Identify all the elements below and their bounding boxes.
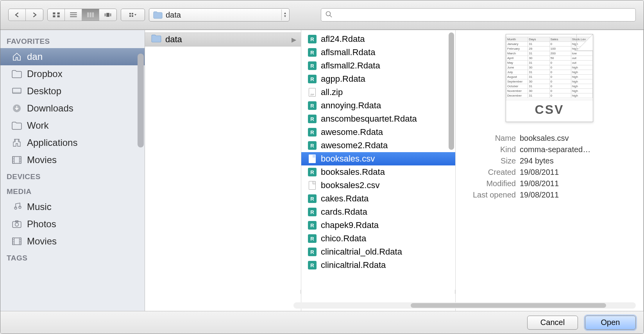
sidebar-item-movies[interactable]: Movies <box>0 151 145 169</box>
sidebar-item-photos[interactable]: Photos <box>0 215 145 233</box>
rdata-file-icon: R <box>308 101 317 110</box>
file-list-scrollbar[interactable] <box>449 32 454 150</box>
column-resize-handle[interactable]: || <box>299 287 301 295</box>
sidebar-item-dropbox[interactable]: Dropbox <box>0 65 145 83</box>
file-row[interactable]: Rclinicaltrial.Rdata <box>301 259 455 272</box>
sidebar-item-desktop[interactable]: Desktop <box>0 83 145 100</box>
sidebar-item-dan[interactable]: dan <box>0 48 145 65</box>
sidebar-item-movies[interactable]: Movies <box>0 233 145 250</box>
preview-td: 0 <box>549 93 571 98</box>
file-row[interactable]: Rclinicaltrial_old.Rdata <box>301 245 455 259</box>
sidebar-item-label: Work <box>27 120 49 131</box>
cancel-button[interactable]: Cancel <box>527 316 578 330</box>
preview-td: 0 <box>549 42 571 47</box>
path-label: data <box>166 11 181 20</box>
preview-td: 31 <box>528 70 549 75</box>
preview-td: 31 <box>528 84 549 89</box>
preview-td: high <box>571 89 592 93</box>
main-area: FAVORITESdanDropboxDesktopDownloadsWorkA… <box>0 30 644 311</box>
preview-td: out <box>571 56 592 61</box>
file-row[interactable]: Rchapek9.Rdata <box>301 219 455 232</box>
file-name: cakes.Rdata <box>321 194 369 204</box>
file-name: clinicaltrial_old.Rdata <box>321 247 402 257</box>
svg-rect-15 <box>129 15 131 17</box>
view-list-button[interactable] <box>65 9 82 21</box>
svg-rect-8 <box>89 13 91 18</box>
preview-td: 30 <box>528 65 549 70</box>
file-row[interactable]: Ranscombesquartet.Rdata <box>301 112 455 126</box>
file-row[interactable]: Ragpp.Rdata <box>301 72 455 86</box>
file-row[interactable]: Rawesome.Rdata <box>301 126 455 139</box>
file-row[interactable]: Rcakes.Rdata <box>301 192 455 205</box>
file-row[interactable]: Rafl24.Rdata <box>301 32 455 46</box>
music-icon <box>11 202 22 212</box>
column-resize-handle[interactable]: || <box>453 287 456 295</box>
sidebar-item-music[interactable]: Music <box>0 198 145 215</box>
rdata-file-icon: R <box>308 167 317 177</box>
sidebar-scrollbar[interactable] <box>138 54 144 307</box>
preview-td: high <box>571 75 592 79</box>
preview-td: 100 <box>549 47 571 51</box>
rdata-file-icon: R <box>308 34 317 44</box>
search-field[interactable] <box>321 8 636 22</box>
view-coverflow-button[interactable] <box>99 9 116 21</box>
file-name: anscombesquartet.Rdata <box>321 114 417 124</box>
sidebar-item-label: Movies <box>27 154 57 165</box>
meta-modified-label: Modified <box>461 179 516 188</box>
preview-td: 0 <box>549 70 571 75</box>
rdata-file-icon: R <box>308 234 317 243</box>
sidebar-item-work[interactable]: Work <box>0 117 145 134</box>
meta-kind-label: Kind <box>461 145 516 154</box>
file-row[interactable]: Rcards.Rdata <box>301 205 455 219</box>
svg-rect-2 <box>53 15 55 17</box>
preview-td: 31 <box>528 93 549 98</box>
file-row[interactable]: booksales.csv <box>301 152 455 165</box>
meta-lastopened-label: Last opened <box>461 190 516 199</box>
meta-modified-value: 19/08/2011 <box>520 179 638 188</box>
preview-td: 0 <box>549 84 571 89</box>
svg-rect-14 <box>132 13 133 14</box>
search-input[interactable] <box>335 11 631 19</box>
rdata-file-icon: R <box>308 114 317 124</box>
file-row[interactable]: Raflsmall2.Rdata <box>301 59 455 72</box>
folder-row-data[interactable]: data ▶ <box>145 32 301 47</box>
file-row[interactable]: all.zip <box>301 86 455 99</box>
sidebar-section-label: TAGS <box>0 250 145 265</box>
svg-rect-4 <box>70 13 77 13</box>
preview-td: low <box>571 51 592 56</box>
rdata-file-icon: R <box>308 141 317 150</box>
file-row[interactable]: Rbooksales.Rdata <box>301 165 455 179</box>
sidebar-section-label: FAVORITES <box>0 33 145 48</box>
sidebar-item-downloads[interactable]: Downloads <box>0 100 145 117</box>
sidebar-item-applications[interactable]: Applications <box>0 134 145 151</box>
svg-rect-20 <box>13 92 21 93</box>
file-name: chico.Rdata <box>321 233 366 244</box>
preview-td: October <box>506 84 528 89</box>
file-row[interactable]: booksales2.csv <box>301 179 455 192</box>
file-row[interactable]: Rannoying.Rdata <box>301 99 455 112</box>
file-name: aflsmall2.Rdata <box>321 61 380 71</box>
column-browser: data ▶ || Rafl24.RdataRaflsmall.RdataRaf… <box>145 30 644 311</box>
dropdown-stepper-icon: ▲▼ <box>281 9 288 20</box>
file-row[interactable]: Rchico.Rdata <box>301 232 455 245</box>
svg-point-17 <box>326 11 331 16</box>
sidebar-item-label: Dropbox <box>27 68 63 79</box>
rdata-file-icon: R <box>308 74 317 84</box>
sidebar-section-label: MEDIA <box>0 183 145 198</box>
file-row[interactable]: Rawesome2.Rdata <box>301 139 455 152</box>
view-icons-button[interactable] <box>48 9 65 21</box>
horizontal-scrollbar[interactable] <box>293 302 636 309</box>
preview-td: high <box>571 79 592 84</box>
preview-td: 0 <box>549 89 571 93</box>
path-dropdown[interactable]: data ▲▼ <box>149 8 290 22</box>
file-row[interactable]: Raflsmall.Rdata <box>301 46 455 59</box>
rdata-file-icon: R <box>308 194 317 203</box>
back-button[interactable] <box>9 9 26 21</box>
open-button[interactable]: Open <box>585 316 636 330</box>
arrange-menu[interactable] <box>121 9 145 21</box>
movies-icon <box>11 155 22 165</box>
svg-rect-1 <box>57 13 59 14</box>
svg-point-32 <box>15 223 19 226</box>
view-columns-button[interactable] <box>82 9 99 21</box>
forward-button[interactable] <box>26 9 43 21</box>
